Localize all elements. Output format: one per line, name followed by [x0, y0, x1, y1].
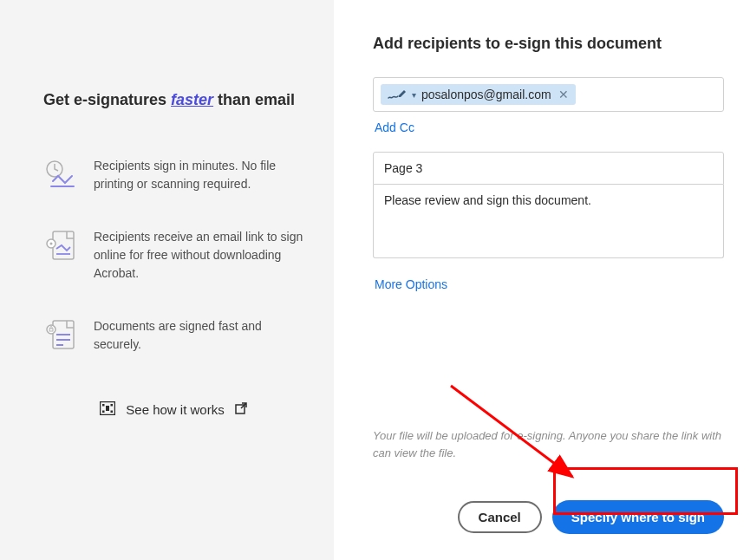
film-icon — [100, 401, 115, 418]
fast-sign-icon — [43, 157, 78, 192]
title-post: than email — [213, 91, 295, 108]
chevron-down-icon[interactable]: ▾ — [412, 90, 416, 100]
left-info-panel: Get e-signatures faster than email Recip… — [0, 0, 334, 560]
subject-input[interactable]: Page 3 — [373, 152, 724, 185]
benefit-text: Documents are signed fast and securely. — [94, 317, 303, 354]
svg-rect-1 — [53, 231, 74, 259]
recipient-chip[interactable]: ▾ posalonpos@gmail.com ✕ — [381, 84, 576, 105]
message-input[interactable]: Please review and sign this document. — [373, 185, 724, 258]
recipient-email: posalonpos@gmail.com — [421, 88, 551, 101]
add-cc-link[interactable]: Add Cc — [373, 120, 724, 134]
cancel-button[interactable]: Cancel — [458, 501, 542, 533]
see-how-it-works-link[interactable]: See how it works — [43, 401, 303, 418]
more-options-link[interactable]: More Options — [373, 277, 724, 291]
pen-signature-icon — [388, 88, 407, 101]
benefit-item: Documents are signed fast and securely. — [43, 317, 303, 354]
title-emphasis: faster — [171, 91, 213, 108]
title-pre: Get e-signatures — [43, 91, 171, 108]
how-it-works-label: See how it works — [126, 402, 224, 417]
left-title: Get e-signatures faster than email — [43, 91, 303, 109]
button-row: Cancel Specify where to sign — [373, 500, 724, 534]
svg-point-3 — [50, 243, 53, 245]
panel-title: Add recipients to e-sign this document — [373, 35, 724, 53]
recipients-input[interactable]: ▾ posalonpos@gmail.com ✕ — [373, 77, 724, 112]
benefit-text: Recipients receive an email link to sign… — [94, 228, 303, 283]
svg-rect-11 — [111, 411, 114, 413]
benefit-text: Recipients sign in minutes. No file prin… — [94, 157, 303, 193]
secure-doc-icon — [43, 317, 78, 352]
benefit-item: Recipients receive an email link to sign… — [43, 228, 303, 283]
specify-where-to-sign-button[interactable]: Specify where to sign — [552, 500, 724, 534]
svg-rect-12 — [106, 406, 109, 411]
benefit-item: Recipients sign in minutes. No file prin… — [43, 157, 303, 193]
svg-rect-8 — [102, 404, 105, 407]
external-link-icon — [235, 402, 247, 417]
email-link-icon — [43, 228, 78, 263]
benefits-list: Recipients sign in minutes. No file prin… — [43, 157, 303, 354]
svg-rect-10 — [111, 404, 114, 407]
right-form-panel: Add recipients to e-sign this document ▾… — [334, 0, 750, 560]
upload-disclaimer: Your file will be uploaded for e-signing… — [373, 427, 724, 461]
svg-rect-9 — [102, 411, 105, 413]
remove-recipient-button[interactable]: ✕ — [557, 88, 571, 101]
